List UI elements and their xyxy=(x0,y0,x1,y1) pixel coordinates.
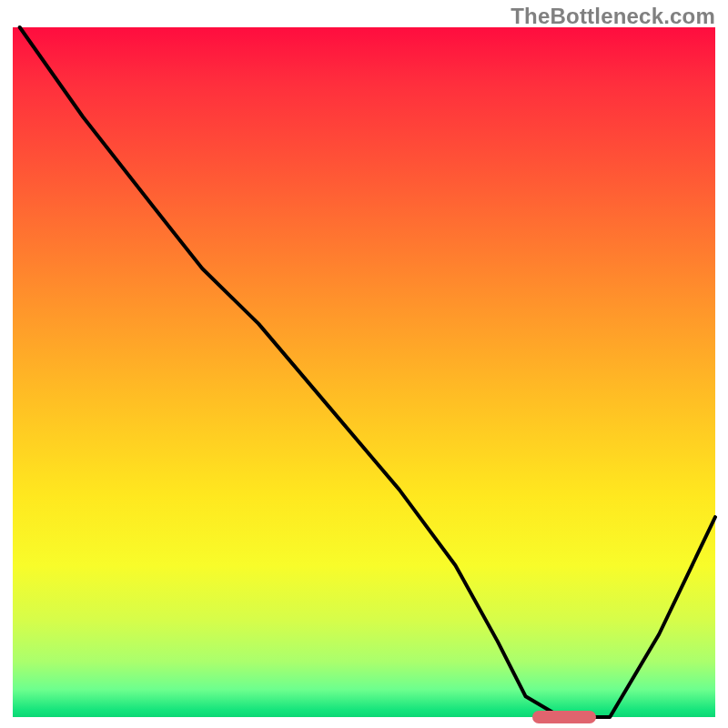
bottleneck-curve-path xyxy=(20,27,715,717)
bottleneck-curve xyxy=(0,0,728,728)
chart-stage: TheBottleneck.com xyxy=(0,0,728,728)
watermark-text: TheBottleneck.com xyxy=(511,4,715,29)
optimum-marker xyxy=(532,711,595,723)
